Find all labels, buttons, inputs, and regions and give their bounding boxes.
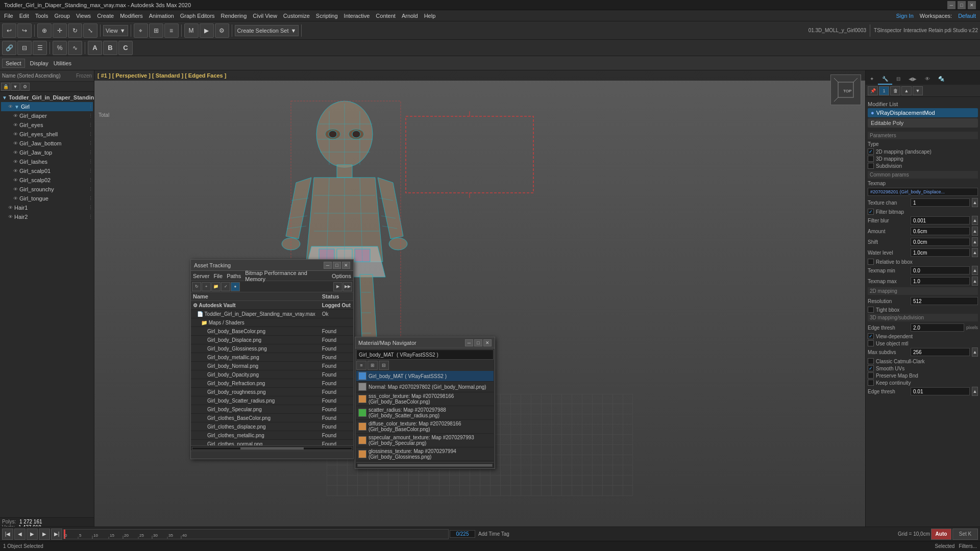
eye-icon10[interactable]: 👁: [13, 187, 18, 192]
table-row[interactable]: ⚙ Autodesk Vault Logged Out: [191, 301, 353, 310]
tb-render-setup[interactable]: ⚙: [215, 23, 229, 38]
tb-move[interactable]: ✛: [53, 23, 67, 38]
eye-icon2[interactable]: 👁: [13, 113, 18, 118]
maximize-button[interactable]: □: [958, 1, 966, 9]
water-level-up[interactable]: ▲: [972, 248, 978, 257]
table-row[interactable]: Girl_body_Scatter_radius.png Found: [191, 396, 353, 405]
eye-icon3[interactable]: 👁: [13, 122, 18, 128]
display-menu[interactable]: Display: [30, 60, 48, 66]
tb-scale[interactable]: ⤡: [83, 23, 97, 38]
tb-snap[interactable]: ⌖: [134, 23, 148, 38]
shift-value[interactable]: 0.0cm: [911, 238, 970, 246]
dialog-minimize-button[interactable]: ─: [324, 262, 332, 269]
table-row[interactable]: Girl_body_Specular.png Found: [191, 405, 353, 414]
menu-content[interactable]: Content: [376, 13, 396, 19]
tree-opts-icon10[interactable]: ⋮: [88, 187, 93, 192]
view-dependent-checkbox[interactable]: [868, 333, 874, 339]
mmt-grid-view[interactable]: ⊞: [368, 361, 378, 370]
viewport[interactable]: [ #1 ] [ Perspective ] [ Standard ] [ Ed…: [94, 70, 865, 537]
type-3d-radio[interactable]: [868, 156, 874, 162]
edge-thresh-value[interactable]: 0.01: [911, 387, 970, 395]
matmap-scrollbar[interactable]: [356, 462, 494, 467]
filters-label[interactable]: Filters...: [959, 543, 977, 549]
at-tb-right2[interactable]: ▶▶: [343, 282, 352, 291]
tab-utilities[interactable]: 🔩: [934, 74, 948, 85]
rpt-pin[interactable]: 📌: [868, 86, 878, 95]
tb-mirror[interactable]: ⊞: [149, 23, 163, 38]
at-tb-add[interactable]: +: [202, 282, 211, 291]
at-menu-options[interactable]: Options: [332, 273, 351, 279]
menu-help[interactable]: Help: [424, 13, 436, 19]
tb-rotate[interactable]: ↻: [68, 23, 82, 38]
sign-in-button[interactable]: Sign In: [896, 13, 914, 19]
select-button[interactable]: Select: [2, 59, 25, 68]
close-button[interactable]: ✕: [968, 1, 976, 9]
rpt-delete[interactable]: 🗑: [890, 86, 900, 95]
scroll-thumb[interactable]: [240, 447, 304, 449]
water-level-value[interactable]: 1.0cm: [911, 248, 970, 257]
menu-group[interactable]: Group: [54, 13, 70, 19]
tree-item-girl-srounchy[interactable]: 👁 Girl_srounchy ⋮: [1, 185, 93, 194]
frame-display[interactable]: 0/225: [450, 530, 475, 538]
list-item[interactable]: Girl_body_MAT ( VRayFastSSS2 ): [356, 371, 494, 382]
use-object-mtl-check[interactable]: Use object mtl: [868, 340, 978, 346]
texmap-min-value[interactable]: 0.0: [911, 266, 970, 274]
goto-start-button[interactable]: |◀: [2, 529, 13, 540]
at-tb-folder[interactable]: 📁: [211, 282, 220, 291]
tree-item-hair1[interactable]: 👁 Hair1 ⋮: [1, 203, 93, 212]
tb2-curve[interactable]: ∿: [68, 41, 82, 55]
rpt-move-down[interactable]: ▼: [913, 86, 923, 95]
amount-up[interactable]: ▲: [972, 227, 978, 236]
max-subdivs-up[interactable]: ▲: [972, 347, 978, 357]
tb2-link[interactable]: 🔗: [2, 41, 16, 55]
type-2d-option[interactable]: 2D mapping (landscape): [868, 148, 978, 155]
lpt-lock[interactable]: 🔒: [1, 83, 10, 91]
table-row[interactable]: Girl_body_Glossiness.png Found: [191, 344, 353, 353]
animation-mode-button[interactable]: Auto: [931, 529, 951, 540]
mmt-tree-view[interactable]: ⊟: [379, 361, 389, 370]
texmap-max-up[interactable]: ▲: [972, 277, 978, 286]
tight-bbox-checkbox[interactable]: [868, 307, 874, 313]
menu-rendering[interactable]: Rendering: [221, 13, 247, 19]
at-tb-check[interactable]: ✓: [221, 282, 230, 291]
modifier-item-active[interactable]: ● VRayDisplacementMod: [868, 108, 978, 117]
play-button[interactable]: ▶: [27, 529, 38, 540]
menu-civil-view[interactable]: Civil View: [253, 13, 277, 19]
tree-item-girl[interactable]: 👁 ▼ Girl ⋮: [1, 102, 93, 111]
at-menu-file[interactable]: File: [213, 273, 223, 279]
keep-continuity-checkbox[interactable]: [868, 380, 874, 386]
table-row[interactable]: Girl_body_Opacity.png Found: [191, 370, 353, 379]
tree-item-girl-jaw-bottom[interactable]: 👁 Girl_Jaw_bottom ⋮: [1, 139, 93, 148]
classic-catmull-checkbox[interactable]: [868, 358, 874, 364]
tree-opts-icon13[interactable]: ⋮: [88, 214, 93, 219]
table-row[interactable]: Girl_body_Normal.png Found: [191, 362, 353, 370]
at-tb-active[interactable]: ●: [231, 282, 240, 291]
workspaces-value[interactable]: Default: [958, 13, 976, 19]
lpt-settings[interactable]: ⚙: [20, 83, 30, 91]
tab-modify[interactable]: 🔧: [878, 74, 892, 85]
rpt-move-up[interactable]: ▲: [901, 86, 912, 95]
tree-item-girl-jaw-top[interactable]: 👁 Girl_Jaw_top ⋮: [1, 148, 93, 157]
prev-frame-button[interactable]: ◀: [14, 529, 26, 540]
tab-motion[interactable]: ◀▶: [904, 74, 921, 85]
menu-arnold[interactable]: Arnold: [402, 13, 418, 19]
filter-bitmap-check[interactable]: Filter bitmap: [868, 209, 978, 215]
type-subdiv-radio[interactable]: [868, 163, 874, 169]
lpt-filter[interactable]: ▼: [11, 83, 20, 91]
at-menu-server[interactable]: Server: [193, 273, 209, 279]
at-menu-bitmap[interactable]: Bitmap Performance and Memory: [245, 270, 328, 282]
goto-end-button[interactable]: ▶|: [51, 529, 62, 540]
matmap-maximize-button[interactable]: □: [474, 339, 482, 346]
tb-select[interactable]: ⊕: [37, 23, 52, 38]
status-filters[interactable]: Filters...: [959, 543, 977, 549]
texture-chan-up[interactable]: ▲: [972, 198, 978, 207]
type-3d-option[interactable]: 3D mapping: [868, 156, 978, 162]
tree-opts-icon2[interactable]: ⋮: [88, 113, 93, 118]
list-item[interactable]: diffuse_color_texture: Map #2070298166 (…: [356, 420, 494, 434]
eye-icon[interactable]: 👁: [8, 104, 13, 109]
list-item[interactable]: sspecular_amount_texture: Map #207029799…: [356, 434, 494, 447]
matmap-scroll-thumb[interactable]: [358, 464, 492, 466]
tb-align[interactable]: ≡: [164, 23, 179, 38]
menu-file[interactable]: File: [4, 13, 13, 19]
eye-icon11[interactable]: 👁: [13, 196, 18, 201]
